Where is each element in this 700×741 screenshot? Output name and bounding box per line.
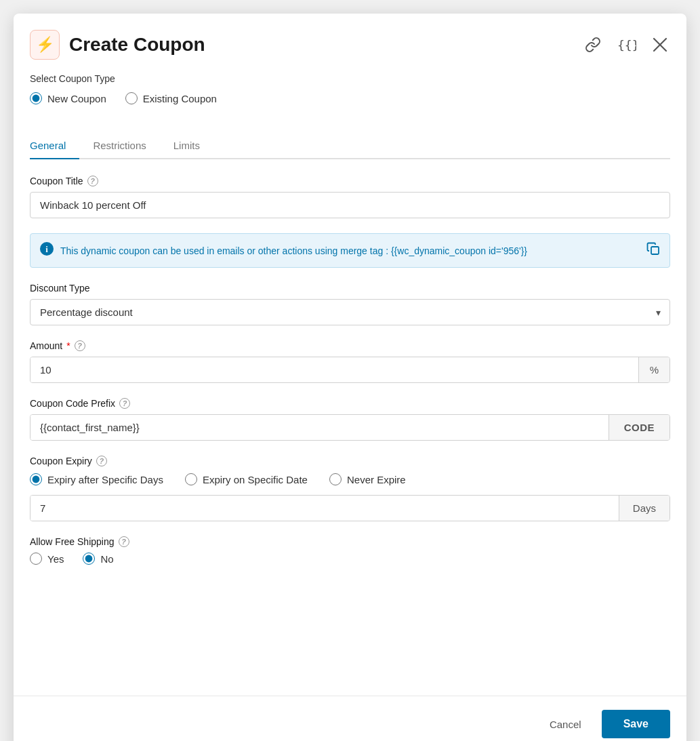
coupon-code-prefix-help-icon[interactable]: ? — [119, 398, 130, 409]
svg-text:{{}}: {{}} — [617, 38, 636, 52]
svg-rect-5 — [651, 247, 659, 254]
info-icon: i — [40, 242, 54, 259]
free-shipping-radio-group: Yes No — [30, 553, 670, 565]
modal-footer: Cancel Save — [30, 696, 670, 738]
app-icon: ⚡ — [30, 30, 60, 60]
amount-label: Amount * ? — [30, 340, 670, 351]
link-button[interactable] — [582, 34, 604, 56]
allow-free-shipping-help-icon[interactable]: ? — [119, 536, 129, 547]
coupon-expiry-help-icon[interactable]: ? — [96, 456, 107, 466]
radio-existing-coupon-input[interactable] — [125, 92, 138, 104]
radio-expiry-specific-date-label: Expiry on Specific Date — [203, 474, 308, 485]
allow-free-shipping-label: Allow Free Shipping ? — [30, 536, 670, 547]
radio-free-shipping-yes-input[interactable] — [30, 553, 42, 565]
discount-type-section: Discount Type Percentage discount Fixed … — [30, 283, 670, 325]
save-button[interactable]: Save — [602, 710, 670, 738]
radio-new-coupon-label: New Coupon — [47, 93, 106, 104]
radio-free-shipping-no-label: No — [100, 553, 113, 565]
days-row: Days — [30, 495, 670, 521]
radio-existing-coupon[interactable]: Existing Coupon — [125, 92, 217, 104]
header-left: ⚡ Create Coupon — [30, 30, 205, 60]
radio-expiry-never-input[interactable] — [329, 473, 342, 485]
info-banner-text: This dynamic coupon can be used in email… — [60, 245, 640, 256]
copy-icon[interactable] — [646, 242, 660, 259]
modal-create-coupon: ⚡ Create Coupon {{}} — [14, 14, 686, 741]
radio-existing-coupon-label: Existing Coupon — [143, 93, 217, 104]
discount-type-wrapper: Percentage discount Fixed cart discount … — [30, 299, 670, 325]
amount-section: Amount * ? % — [30, 340, 670, 383]
radio-expiry-specific-days[interactable]: Expiry after Specific Days — [30, 473, 163, 485]
coupon-type-label: Select Coupon Type — [30, 73, 670, 84]
radio-new-coupon[interactable]: New Coupon — [30, 92, 106, 104]
merge-tags-button[interactable]: {{}} — [615, 34, 639, 56]
radio-expiry-specific-date-input[interactable] — [185, 473, 197, 485]
cancel-button[interactable]: Cancel — [539, 712, 592, 737]
radio-free-shipping-no-input[interactable] — [83, 553, 95, 565]
info-banner: i This dynamic coupon can be used in ema… — [30, 233, 670, 268]
header-actions: {{}} — [582, 34, 670, 56]
coupon-title-section: Coupon Title ? — [30, 176, 670, 218]
radio-expiry-specific-days-input[interactable] — [30, 473, 42, 485]
radio-expiry-never[interactable]: Never Expire — [329, 473, 406, 485]
amount-suffix: % — [638, 357, 670, 382]
amount-input[interactable] — [30, 357, 638, 382]
amount-required-marker: * — [66, 340, 70, 351]
coupon-code-prefix-input[interactable] — [30, 415, 609, 440]
radio-expiry-specific-days-label: Expiry after Specific Days — [47, 474, 163, 485]
tab-limits[interactable]: Limits — [160, 133, 213, 159]
svg-text:i: i — [45, 244, 48, 254]
days-input[interactable] — [30, 496, 619, 521]
coupon-expiry-section: Coupon Expiry ? Expiry after Specific Da… — [30, 456, 670, 521]
radio-expiry-specific-date[interactable]: Expiry on Specific Date — [185, 473, 308, 485]
coupon-title-input[interactable] — [30, 192, 670, 218]
coupon-type-radio-group: New Coupon Existing Coupon — [30, 92, 670, 104]
code-suffix: CODE — [609, 415, 670, 440]
discount-type-select[interactable]: Percentage discount Fixed cart discount … — [30, 299, 670, 325]
radio-new-coupon-input[interactable] — [30, 92, 42, 104]
coupon-code-prefix-row: CODE — [30, 414, 670, 441]
coupon-type-section: Select Coupon Type New Coupon Existing C… — [30, 73, 670, 118]
radio-free-shipping-no[interactable]: No — [83, 553, 113, 565]
page-title: Create Coupon — [69, 34, 205, 56]
coupon-code-prefix-label: Coupon Code Prefix ? — [30, 398, 670, 409]
radio-expiry-never-label: Never Expire — [347, 474, 406, 485]
days-suffix: Days — [619, 496, 670, 521]
coupon-title-help-icon[interactable]: ? — [87, 176, 98, 186]
amount-row: % — [30, 357, 670, 383]
allow-free-shipping-section: Allow Free Shipping ? Yes No — [30, 536, 670, 578]
radio-free-shipping-yes[interactable]: Yes — [30, 553, 64, 565]
close-button[interactable] — [650, 35, 670, 55]
radio-free-shipping-yes-label: Yes — [47, 553, 64, 565]
modal-header: ⚡ Create Coupon {{}} — [30, 30, 670, 60]
coupon-title-label: Coupon Title ? — [30, 176, 670, 186]
expiry-radio-group: Expiry after Specific Days Expiry on Spe… — [30, 473, 670, 485]
tabs-bar: General Restrictions Limits — [30, 133, 670, 159]
coupon-code-prefix-section: Coupon Code Prefix ? CODE — [30, 398, 670, 441]
tab-general[interactable]: General — [30, 133, 79, 159]
tab-restrictions[interactable]: Restrictions — [79, 133, 159, 159]
discount-type-label: Discount Type — [30, 283, 670, 294]
amount-help-icon[interactable]: ? — [75, 340, 85, 351]
coupon-expiry-label: Coupon Expiry ? — [30, 456, 670, 466]
